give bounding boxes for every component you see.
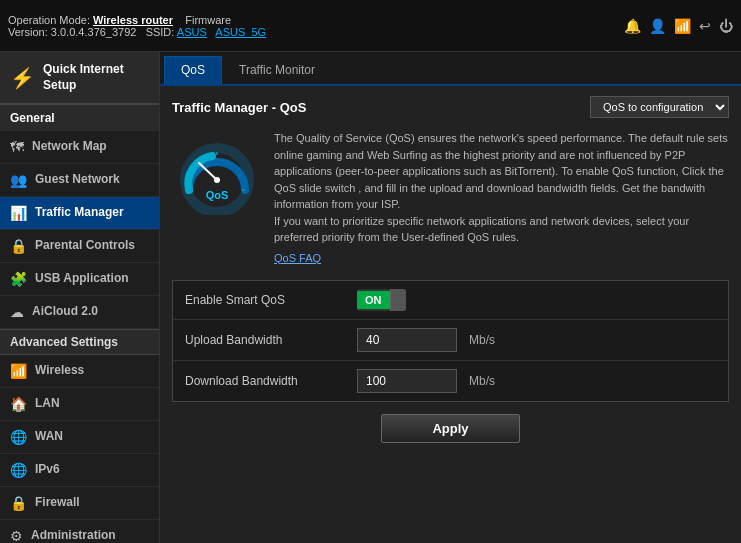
operation-mode-value: Wireless router: [93, 14, 173, 26]
svg-text:QoS: QoS: [206, 189, 229, 201]
firmware-label: Firmware: [185, 14, 231, 26]
svg-point-2: [214, 177, 220, 183]
quick-internet-setup[interactable]: ⚡ Quick InternetSetup: [0, 52, 159, 104]
admin-icon: ⚙: [10, 528, 23, 543]
apply-button[interactable]: Apply: [381, 414, 519, 443]
traffic-icon: 📊: [10, 205, 27, 221]
sidebar-item-firewall[interactable]: 🔒 Firewall: [0, 487, 159, 520]
qos-faq-link[interactable]: QoS FAQ: [274, 250, 321, 267]
general-section-title: General: [0, 104, 159, 131]
sidebar-label-aicloud: AiCloud 2.0: [32, 304, 98, 320]
smart-qos-label: Enable Smart QoS: [185, 293, 345, 307]
wifi-icon[interactable]: 📶: [674, 18, 691, 34]
version-label: Version:: [8, 26, 48, 38]
layout: ⚡ Quick InternetSetup General 🗺 Network …: [0, 52, 741, 543]
upload-bw-unit: Mb/s: [469, 333, 495, 347]
smart-qos-row: Enable Smart QoS ON: [173, 281, 728, 320]
sidebar-label-wireless: Wireless: [35, 363, 84, 379]
tab-qos[interactable]: QoS: [164, 56, 222, 84]
sidebar-item-lan[interactable]: 🏠 LAN: [0, 388, 159, 421]
sidebar-item-network-map[interactable]: 🗺 Network Map: [0, 131, 159, 164]
upload-bw-label: Upload Bandwidth: [185, 333, 345, 347]
cloud-icon: ☁: [10, 304, 24, 320]
toggle-thumb: [390, 289, 406, 311]
download-bw-input[interactable]: [357, 369, 457, 393]
parental-icon: 🔒: [10, 238, 27, 254]
tab-bar: QoS Traffic Monitor: [160, 52, 741, 86]
sidebar: ⚡ Quick InternetSetup General 🗺 Network …: [0, 52, 160, 543]
advanced-settings-section-title: Advanced Settings: [0, 329, 159, 355]
content-area: Traffic Manager - QoS QoS to configurati…: [160, 86, 741, 543]
config-dropdown[interactable]: QoS to configuration: [590, 96, 729, 118]
content-title: Traffic Manager - QoS: [172, 100, 306, 115]
refresh-icon[interactable]: ↩: [699, 18, 711, 34]
quick-setup-label: Quick InternetSetup: [43, 62, 124, 93]
ssid2-value: ASUS_5G: [215, 26, 266, 38]
lan-icon: 🏠: [10, 396, 27, 412]
power-icon[interactable]: ⏻: [719, 18, 733, 34]
sidebar-label-administration: Administration: [31, 528, 116, 543]
top-bar-icons: 🔔 👤 📶 ↩ ⏻: [624, 18, 733, 34]
ipv6-icon: 🌐: [10, 462, 27, 478]
smart-qos-toggle[interactable]: ON: [357, 289, 406, 311]
sidebar-label-traffic-manager: Traffic Manager: [35, 205, 124, 221]
map-icon: 🗺: [10, 139, 24, 155]
apply-row: Apply: [172, 402, 729, 449]
sidebar-label-parental-controls: Parental Controls: [35, 238, 135, 254]
info-text-block: The Quality of Service (QoS) ensures the…: [274, 130, 729, 266]
toggle-on-label: ON: [357, 291, 390, 309]
lightning-icon: ⚡: [10, 66, 35, 90]
wan-icon: 🌐: [10, 429, 27, 445]
sidebar-label-guest-network: Guest Network: [35, 172, 120, 188]
content-header: Traffic Manager - QoS QoS to configurati…: [172, 96, 729, 118]
download-bw-row: Download Bandwidth Mb/s: [173, 361, 728, 401]
sidebar-item-traffic-manager[interactable]: 📊 Traffic Manager: [0, 197, 159, 230]
top-bar-info: Operation Mode: Wireless router Firmware…: [8, 14, 266, 38]
tab-traffic-monitor[interactable]: Traffic Monitor: [222, 56, 332, 84]
settings-table: Enable Smart QoS ON Upload Bandwidth Mb/…: [172, 280, 729, 402]
sidebar-label-firewall: Firewall: [35, 495, 80, 511]
sidebar-item-ipv6[interactable]: 🌐 IPv6: [0, 454, 159, 487]
info-panel: QoS The Quality of Service (QoS) ensures…: [172, 130, 729, 266]
sidebar-item-usb-application[interactable]: 🧩 USB Application: [0, 263, 159, 296]
sidebar-item-guest-network[interactable]: 👥 Guest Network: [0, 164, 159, 197]
sidebar-label-usb-application: USB Application: [35, 271, 129, 287]
sidebar-item-wan[interactable]: 🌐 WAN: [0, 421, 159, 454]
bell-icon[interactable]: 🔔: [624, 18, 641, 34]
sidebar-label-network-map: Network Map: [32, 139, 107, 155]
upload-bw-row: Upload Bandwidth Mb/s: [173, 320, 728, 361]
sidebar-label-lan: LAN: [35, 396, 60, 412]
upload-bw-input[interactable]: [357, 328, 457, 352]
firewall-icon: 🔒: [10, 495, 27, 511]
operation-mode-label: Operation Mode:: [8, 14, 90, 26]
sidebar-item-parental-controls[interactable]: 🔒 Parental Controls: [0, 230, 159, 263]
qos-logo: QoS: [172, 130, 262, 220]
usb-icon: 🧩: [10, 271, 27, 287]
sidebar-label-ipv6: IPv6: [35, 462, 60, 478]
main-content: QoS Traffic Monitor Traffic Manager - Qo…: [160, 52, 741, 543]
sidebar-item-administration[interactable]: ⚙ Administration: [0, 520, 159, 543]
top-bar: Operation Mode: Wireless router Firmware…: [0, 0, 741, 52]
sidebar-item-wireless[interactable]: 📶 Wireless: [0, 355, 159, 388]
version-value: 3.0.0.4.376_3792: [51, 26, 137, 38]
ssid1-value: ASUS: [177, 26, 207, 38]
sidebar-label-wan: WAN: [35, 429, 63, 445]
wireless-icon: 📶: [10, 363, 27, 379]
sidebar-item-aicloud[interactable]: ☁ AiCloud 2.0: [0, 296, 159, 329]
qos-description: The Quality of Service (QoS) ensures the…: [274, 132, 728, 243]
download-bw-label: Download Bandwidth: [185, 374, 345, 388]
user-icon[interactable]: 👤: [649, 18, 666, 34]
guests-icon: 👥: [10, 172, 27, 188]
download-bw-unit: Mb/s: [469, 374, 495, 388]
ssid-label: SSID:: [146, 26, 175, 38]
